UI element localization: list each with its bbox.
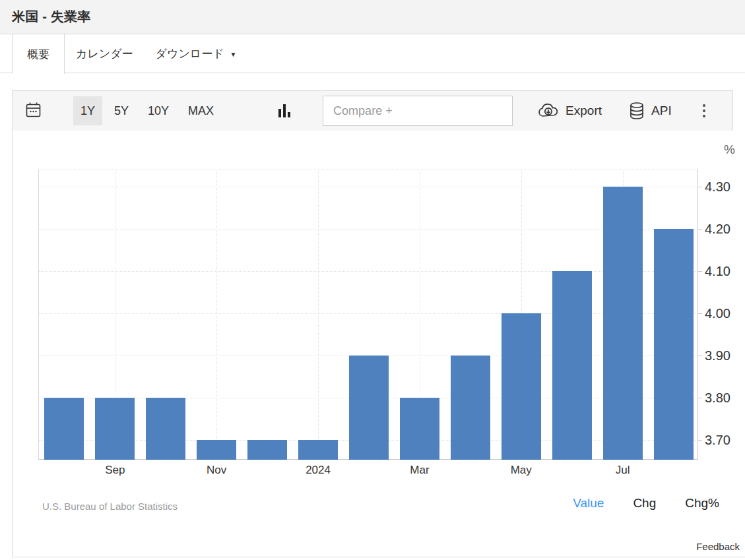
chart-panel: 1Y5Y10YMAX Export bbox=[12, 90, 733, 557]
y-axis-label: 3.70 bbox=[705, 432, 736, 448]
y-gridline bbox=[39, 313, 697, 314]
y-axis-label: 4.00 bbox=[705, 305, 736, 321]
x-axis-label: May bbox=[492, 464, 551, 477]
x-gridline bbox=[318, 170, 319, 459]
tab-calendar[interactable]: カレンダー bbox=[65, 34, 145, 73]
legend-link-value[interactable]: Value bbox=[573, 496, 604, 511]
y-axis-tick bbox=[697, 356, 702, 356]
bar-oct[interactable] bbox=[146, 398, 185, 460]
source-label: U.S. Bureau of Labor Statistics bbox=[42, 501, 178, 512]
api-label: API bbox=[651, 104, 672, 118]
kebab-menu-button[interactable] bbox=[703, 103, 705, 119]
tab-bar: 概要カレンダーダウンロード▼ bbox=[0, 34, 745, 73]
y-axis-tick bbox=[697, 229, 702, 230]
page-header: 米国 - 失業率 bbox=[0, 0, 745, 34]
database-icon bbox=[628, 102, 645, 120]
bar-apr[interactable] bbox=[451, 356, 490, 460]
calendar-icon bbox=[25, 102, 42, 121]
tab-label: カレンダー bbox=[76, 46, 133, 61]
chart-type-button[interactable] bbox=[278, 104, 290, 117]
y-axis-label: 3.80 bbox=[705, 390, 736, 406]
page-title: 米国 - 失業率 bbox=[0, 8, 90, 26]
legend-link-chg[interactable]: Chg bbox=[633, 496, 656, 511]
legend-link-chgpct[interactable]: Chg% bbox=[685, 496, 719, 511]
bar-aug-2023[interactable] bbox=[44, 398, 84, 460]
page: 米国 - 失業率 概要カレンダーダウンロード▼ 1Y5Y10YM bbox=[0, 0, 745, 560]
x-axis-label: Mar bbox=[390, 464, 449, 477]
x-gridline bbox=[216, 170, 217, 459]
range-button-1y[interactable]: 1Y bbox=[73, 96, 102, 125]
chart-area: % 4.304.204.104.003.903.803.70SepNov2024… bbox=[13, 131, 734, 557]
kebab-menu-icon bbox=[703, 103, 705, 119]
x-axis-label: Nov bbox=[187, 464, 246, 477]
x-axis-label: Jul bbox=[593, 464, 653, 477]
y-gridline bbox=[39, 187, 697, 187]
y-axis-unit: % bbox=[705, 142, 735, 157]
bar-nov[interactable] bbox=[197, 440, 236, 460]
tab-label: 概要 bbox=[27, 47, 49, 62]
y-axis-tick bbox=[697, 398, 702, 398]
y-axis-tick bbox=[697, 440, 702, 441]
tab-overview[interactable]: 概要 bbox=[12, 34, 65, 74]
caret-down-icon: ▼ bbox=[230, 51, 237, 58]
range-button-10y[interactable]: 10Y bbox=[141, 96, 176, 125]
series-mode-links: ValueChgChg% bbox=[573, 496, 719, 511]
bar-may[interactable] bbox=[502, 313, 541, 460]
y-axis-tick bbox=[697, 271, 702, 272]
bar-jun[interactable] bbox=[552, 271, 592, 460]
cloud-download-icon bbox=[538, 103, 560, 119]
y-gridline bbox=[39, 271, 697, 272]
column-chart-icon bbox=[278, 104, 290, 117]
y-axis-tick bbox=[697, 313, 702, 314]
y-axis-tick bbox=[697, 187, 702, 187]
export-button[interactable]: Export bbox=[538, 103, 602, 119]
y-axis-label: 4.10 bbox=[705, 263, 736, 279]
bar-aug-2024[interactable] bbox=[654, 229, 694, 460]
bar-mar[interactable] bbox=[400, 398, 439, 460]
calendar-button[interactable] bbox=[25, 102, 42, 121]
bar-sep[interactable] bbox=[95, 398, 135, 460]
tab-label: ダウンロード bbox=[156, 46, 224, 61]
bar-dec[interactable] bbox=[247, 440, 287, 460]
bar-jul[interactable] bbox=[603, 187, 643, 460]
feedback-link[interactable]: Feedback bbox=[696, 541, 740, 552]
compare-input[interactable] bbox=[323, 96, 513, 126]
chart-toolbar: 1Y5Y10YMAX Export bbox=[13, 91, 732, 131]
range-button-max[interactable]: MAX bbox=[181, 96, 221, 125]
bar-jan-2024[interactable] bbox=[298, 440, 338, 460]
bottom-divider bbox=[12, 557, 745, 557]
x-axis-label: Sep bbox=[85, 464, 145, 477]
export-label: Export bbox=[566, 104, 602, 118]
plot-top-gridline bbox=[39, 170, 697, 170]
y-axis-label: 3.90 bbox=[705, 348, 736, 363]
plot-area: 4.304.204.104.003.903.803.70SepNov2024Ma… bbox=[38, 170, 698, 460]
x-axis-label: 2024 bbox=[288, 464, 348, 477]
range-selector: 1Y5Y10YMAX bbox=[73, 96, 226, 125]
range-button-5y[interactable]: 5Y bbox=[107, 96, 136, 125]
y-gridline bbox=[39, 229, 697, 230]
bar-feb[interactable] bbox=[349, 356, 389, 460]
tab-download[interactable]: ダウンロード▼ bbox=[145, 34, 248, 73]
y-axis-label: 4.20 bbox=[705, 221, 736, 237]
y-axis-label: 4.30 bbox=[705, 179, 736, 195]
api-button[interactable]: API bbox=[628, 102, 672, 120]
